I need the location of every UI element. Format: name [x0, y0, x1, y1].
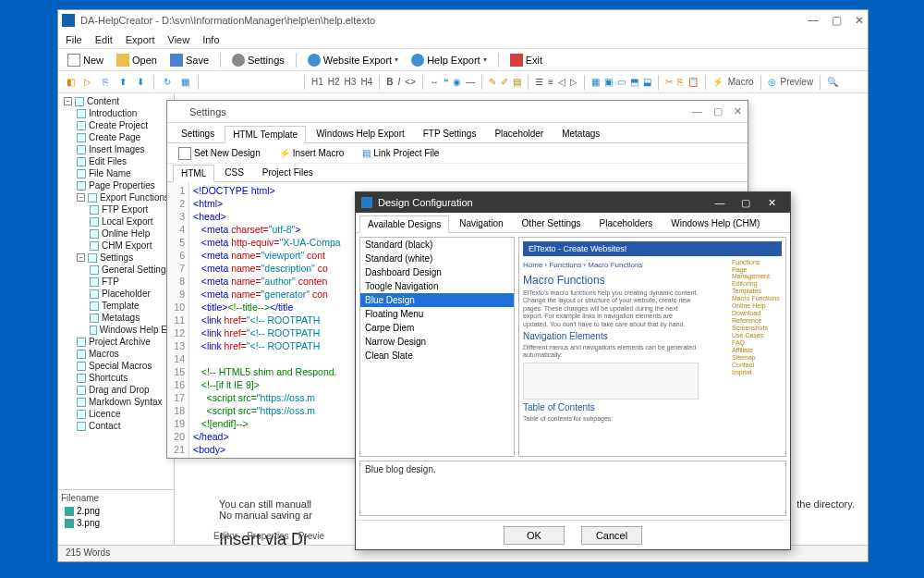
sub-tab[interactable]: HTML: [173, 165, 214, 182]
settings-tab[interactable]: HTML Template: [225, 126, 306, 143]
list-ul-icon[interactable]: ☰: [535, 77, 543, 87]
tree-item[interactable]: Shortcuts: [60, 372, 172, 384]
tree-item[interactable]: Page Properties: [60, 179, 172, 191]
tree-item[interactable]: Create Project: [60, 119, 172, 131]
down-icon[interactable]: ⬇: [134, 76, 147, 89]
design-list-item[interactable]: Standard (black): [360, 238, 514, 252]
link-icon[interactable]: ↔: [430, 77, 439, 87]
tree-item[interactable]: General Settings: [60, 264, 172, 276]
settings-tab[interactable]: Windows Help Export: [308, 125, 413, 142]
tree-item[interactable]: Edit Files: [60, 155, 172, 167]
design-list-item[interactable]: Dashboard Design: [360, 265, 514, 279]
design-tab[interactable]: Navigation: [451, 215, 511, 232]
menu-export[interactable]: Export: [126, 34, 155, 45]
quote-icon[interactable]: ❝: [444, 77, 448, 87]
ok-button[interactable]: OK: [504, 526, 565, 545]
file-item[interactable]: 3.png: [61, 517, 171, 529]
menu-view[interactable]: View: [168, 34, 190, 45]
indent-icon[interactable]: ▷: [570, 77, 578, 87]
menu-edit[interactable]: Edit: [95, 34, 113, 45]
list-ol-icon[interactable]: ≡: [548, 77, 553, 87]
code-button[interactable]: <>: [405, 77, 416, 87]
design-list-item[interactable]: Blue Design: [360, 293, 514, 307]
tree-item[interactable]: Template: [60, 300, 172, 312]
tree-item[interactable]: FTP Export: [60, 203, 172, 215]
h1-button[interactable]: H1: [311, 77, 323, 87]
design-list-item[interactable]: Standard (white): [360, 252, 514, 265]
help-export-button[interactable]: Help Export▾: [407, 53, 490, 68]
website-export-button[interactable]: Website Export▾: [304, 53, 402, 68]
pencil-icon[interactable]: ✎: [489, 77, 496, 87]
exit-button[interactable]: Exit: [506, 53, 546, 68]
tree-item[interactable]: Create Page: [60, 131, 172, 143]
settings-button[interactable]: Settings: [228, 53, 288, 68]
tree-root[interactable]: −Content: [60, 95, 172, 107]
link-project-button[interactable]: ▤Link Project File: [359, 147, 443, 159]
tree-item[interactable]: Windows Help Ex: [60, 324, 172, 336]
tab-properties[interactable]: Properties: [247, 531, 289, 541]
macro-button[interactable]: Macro: [728, 77, 754, 87]
maximize-button[interactable]: ▢: [832, 14, 842, 27]
new-button[interactable]: New: [64, 53, 107, 68]
design-tab[interactable]: Available Designs: [359, 215, 449, 233]
copy2-icon[interactable]: ⎘: [677, 77, 683, 87]
table-icon[interactable]: ▦: [591, 77, 600, 87]
cancel-button[interactable]: Cancel: [581, 526, 642, 545]
minimize-button[interactable]: —: [808, 14, 819, 27]
tree-item[interactable]: Contact: [60, 420, 172, 432]
strike-icon[interactable]: ◉: [453, 77, 461, 87]
doc-icon[interactable]: ◧: [64, 76, 77, 89]
tree-item[interactable]: Markdown Syntax: [60, 396, 172, 408]
insert-macro-button[interactable]: ⚡Insert Macro: [275, 147, 348, 159]
tree-item[interactable]: FTP: [60, 276, 172, 288]
anchor-icon[interactable]: ⬓: [643, 77, 651, 87]
settings-tab[interactable]: FTP Settings: [415, 125, 485, 142]
tab-preview[interactable]: Previe: [298, 531, 324, 541]
close-button[interactable]: ✕: [734, 105, 742, 117]
refresh-icon[interactable]: ↻: [161, 76, 174, 89]
close-button[interactable]: ✕: [759, 193, 784, 212]
tree-export-group[interactable]: −Export Functions: [60, 191, 172, 203]
preview-button[interactable]: Preview: [781, 77, 814, 87]
design-list-item[interactable]: Narrow Design: [360, 335, 514, 349]
settings-tab[interactable]: Placeholder: [486, 125, 552, 142]
close-button[interactable]: ✕: [855, 14, 864, 27]
outdent-icon[interactable]: ◁: [558, 77, 565, 87]
tree-item[interactable]: Special Macros: [60, 360, 172, 372]
tree-item[interactable]: CHM Export: [60, 240, 172, 252]
tree-item[interactable]: Placeholder: [60, 288, 172, 300]
menu-file[interactable]: File: [66, 34, 82, 45]
h4-button[interactable]: H4: [360, 77, 372, 87]
cut-icon[interactable]: ✂: [665, 77, 673, 87]
book-icon[interactable]: ▤: [513, 77, 521, 87]
tree-item[interactable]: Project Archive: [60, 336, 172, 348]
tab-editor[interactable]: Editor: [213, 531, 237, 541]
save-button[interactable]: Save: [166, 53, 213, 68]
tree-item[interactable]: Online Help: [60, 228, 172, 240]
grid-icon[interactable]: ▦: [178, 76, 191, 89]
copy-icon[interactable]: ⎘: [99, 76, 112, 89]
tree-item[interactable]: Licence: [60, 408, 172, 420]
tree-item[interactable]: Insert Images: [60, 143, 172, 155]
italic-button[interactable]: I: [397, 77, 400, 87]
hr-icon[interactable]: —: [466, 77, 475, 87]
settings-tab[interactable]: Metatags: [553, 125, 608, 142]
design-list[interactable]: Standard (black)Standard (white)Dashboar…: [359, 237, 515, 457]
link2-icon[interactable]: ⬒: [630, 77, 638, 87]
minimize-button[interactable]: —: [707, 193, 733, 212]
search-icon[interactable]: 🔍: [827, 77, 838, 87]
media-icon[interactable]: ▭: [617, 77, 626, 87]
image-icon[interactable]: ▣: [604, 77, 613, 87]
tree-item[interactable]: Introduction: [60, 107, 172, 119]
design-tab[interactable]: Placeholders: [591, 215, 662, 232]
content-tree[interactable]: −Content IntroductionCreate ProjectCreat…: [58, 93, 174, 489]
tree-settings-group[interactable]: −Settings: [60, 252, 172, 264]
design-tab[interactable]: Windows Help (CHM): [663, 215, 768, 232]
tree-item[interactable]: Metatags: [60, 312, 172, 324]
design-tab[interactable]: Other Settings: [514, 215, 590, 232]
design-list-item[interactable]: Floating Menu: [360, 307, 514, 321]
h3-button[interactable]: H3: [345, 77, 357, 87]
maximize-button[interactable]: ▢: [733, 193, 759, 212]
paste-icon[interactable]: 📋: [687, 77, 699, 87]
bold-button[interactable]: B: [386, 77, 393, 87]
